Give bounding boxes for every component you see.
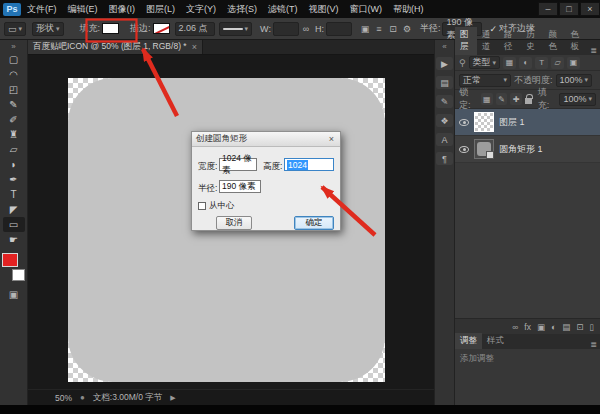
document-tab-bar: 百度贴吧ICON @ 50% (图层 1, RGB/8) * × xyxy=(28,40,434,55)
path-selection-tool[interactable]: ◤ xyxy=(3,202,25,217)
paragraph-panel-icon[interactable]: ¶ xyxy=(436,152,453,165)
quick-mask-icon[interactable]: ▣ xyxy=(9,289,18,300)
tab-paths[interactable]: 路径 xyxy=(499,27,521,55)
crop-tool[interactable]: ◰ xyxy=(3,82,25,97)
add-layer-mask-icon[interactable]: ▣ xyxy=(537,322,545,332)
menu-image[interactable]: 图像(I) xyxy=(109,3,136,16)
filter-smart-objects-icon[interactable]: ▣ xyxy=(567,57,580,69)
menu-file[interactable]: 文件(F) xyxy=(27,3,57,16)
brush-panel-icon[interactable]: ✎ xyxy=(436,95,453,108)
path-arrangement-icon[interactable]: ⊡ xyxy=(386,24,400,34)
menu-window[interactable]: 窗口(W) xyxy=(350,3,383,16)
hand-tool[interactable]: ☛ xyxy=(3,232,25,247)
lock-transparency-icon[interactable]: ▦ xyxy=(481,93,493,105)
fill-swatch[interactable] xyxy=(102,23,119,34)
panel-menu-icon[interactable]: ≣ xyxy=(587,340,600,349)
menu-layer[interactable]: 图层(L) xyxy=(146,3,175,16)
layer-thumbnail[interactable] xyxy=(474,112,494,132)
layer-row-layer-1[interactable]: 图层 1 xyxy=(455,109,600,136)
visibility-eye-icon[interactable] xyxy=(459,146,469,153)
tab-swatches[interactable]: 色板 xyxy=(565,27,587,55)
rectangular-marquee-tool[interactable]: ▢ xyxy=(3,52,25,67)
lock-all-icon[interactable] xyxy=(525,98,531,104)
filter-type-dropdown[interactable]: 类型 ▾ xyxy=(469,56,501,69)
tool-preset-picker[interactable]: ▭ ▾ xyxy=(4,22,26,36)
close-button[interactable]: × xyxy=(580,2,600,16)
actions-panel-icon[interactable]: ▶ xyxy=(436,57,453,70)
from-center-option[interactable]: 从中心 xyxy=(198,200,235,212)
filter-adjustment-layers-icon[interactable]: ◐ xyxy=(519,57,532,69)
status-expand-icon[interactable]: ▶ xyxy=(170,394,175,402)
dialog-height-field[interactable]: 1024 xyxy=(284,158,334,171)
tab-adjustments[interactable]: 调整 xyxy=(455,333,482,349)
clone-stamp-tool[interactable]: ♜ xyxy=(3,127,25,142)
panel-menu-icon[interactable]: ≣ xyxy=(587,46,600,55)
minimize-button[interactable]: – xyxy=(538,2,558,16)
filter-shape-layers-icon[interactable]: ▱ xyxy=(551,57,564,69)
geometry-options-gear-icon[interactable]: ⚙ xyxy=(400,24,414,34)
rounded-rectangle-tool[interactable]: ▭ xyxy=(3,217,25,232)
link-layers-icon[interactable]: ∞ xyxy=(512,322,518,332)
shape-width-field[interactable] xyxy=(273,22,299,36)
brush-tool[interactable]: ✐ xyxy=(3,112,25,127)
blend-mode-dropdown[interactable]: 正常 ▾ xyxy=(459,74,511,87)
path-alignment-icon[interactable]: ≡ xyxy=(372,24,386,34)
menu-view[interactable]: 视图(V) xyxy=(309,3,339,16)
new-adjustment-layer-icon[interactable]: ◐ xyxy=(551,322,556,332)
dialog-width-field[interactable]: 1024 像素 xyxy=(219,158,257,171)
menu-help[interactable]: 帮助(H) xyxy=(393,3,424,16)
visibility-eye-icon[interactable] xyxy=(459,119,469,126)
link-dimensions-icon[interactable]: ∞ xyxy=(299,24,313,34)
expand-tools-icon[interactable]: » xyxy=(11,42,15,52)
menu-edit[interactable]: 编辑(E) xyxy=(68,3,98,16)
stroke-width-field[interactable]: 2.06 点 xyxy=(175,22,215,36)
menu-select[interactable]: 选择(S) xyxy=(227,3,257,16)
document-tab[interactable]: 百度贴吧ICON @ 50% (图层 1, RGB/8) * × xyxy=(28,40,203,54)
menu-type[interactable]: 文字(Y) xyxy=(186,3,216,16)
tab-history[interactable]: 历史 xyxy=(521,27,543,55)
fill-opacity-dropdown[interactable]: 100% ▾ xyxy=(559,93,596,106)
cancel-button[interactable]: 取消 xyxy=(216,216,252,230)
ok-button[interactable]: 确定 xyxy=(294,216,334,230)
lock-position-icon[interactable]: ✚ xyxy=(510,93,522,105)
filter-type-layers-icon[interactable]: T xyxy=(535,57,548,69)
delete-layer-icon[interactable]: ▯ xyxy=(589,322,594,332)
foreground-color-swatch[interactable] xyxy=(2,253,18,267)
stroke-style-dropdown[interactable]: ▾ xyxy=(219,22,253,36)
shape-height-field[interactable] xyxy=(326,22,352,36)
layer-style-icon[interactable]: fx xyxy=(524,322,531,332)
eyedropper-tool[interactable]: ✎ xyxy=(3,97,25,112)
new-layer-icon[interactable]: ⊡ xyxy=(576,322,583,332)
eraser-tool[interactable]: ▱ xyxy=(3,142,25,157)
layer-row-rounded-rectangle-1[interactable]: 圆角矩形 1 xyxy=(455,136,600,163)
blur-tool[interactable]: ◗ xyxy=(3,157,25,172)
tab-layers[interactable]: 图层 xyxy=(455,27,477,55)
new-group-icon[interactable]: ▤ xyxy=(562,322,570,332)
tab-close-icon[interactable]: × xyxy=(192,42,197,52)
expand-panels-icon[interactable]: « xyxy=(442,42,446,51)
background-color-swatch[interactable] xyxy=(12,269,25,281)
filter-pixel-layers-icon[interactable]: ▦ xyxy=(503,57,516,69)
tab-color[interactable]: 颜色 xyxy=(543,27,565,55)
character-panel-icon[interactable]: A xyxy=(436,133,453,146)
zoom-level[interactable]: 50% xyxy=(55,393,72,403)
lasso-tool[interactable]: ◠ xyxy=(3,67,25,82)
stroke-swatch[interactable] xyxy=(153,23,170,34)
properties-panel-icon[interactable]: ▤ xyxy=(436,76,453,89)
layer-thumbnail[interactable] xyxy=(474,139,494,159)
brush-presets-panel-icon[interactable]: ❖ xyxy=(436,114,453,127)
tab-styles[interactable]: 样式 xyxy=(482,333,509,349)
pen-tool[interactable]: ✒ xyxy=(3,172,25,187)
type-tool[interactable]: T xyxy=(3,187,25,202)
tab-channels[interactable]: 通道 xyxy=(477,27,499,55)
lock-image-icon[interactable]: ✎ xyxy=(496,93,508,105)
path-operations-icon[interactable]: ▣ xyxy=(358,24,372,34)
dialog-title-bar[interactable]: 创建圆角矩形 × xyxy=(192,132,340,147)
maximize-button[interactable]: □ xyxy=(559,2,579,16)
from-center-checkbox[interactable] xyxy=(198,202,206,210)
tool-mode-dropdown[interactable]: 形状 ▾ xyxy=(32,22,64,36)
opacity-dropdown[interactable]: 100% ▾ xyxy=(556,74,593,87)
menu-filter[interactable]: 滤镜(T) xyxy=(268,3,298,16)
dialog-radius-field[interactable]: 190 像素 xyxy=(219,180,261,193)
dialog-close-icon[interactable]: × xyxy=(327,134,336,144)
